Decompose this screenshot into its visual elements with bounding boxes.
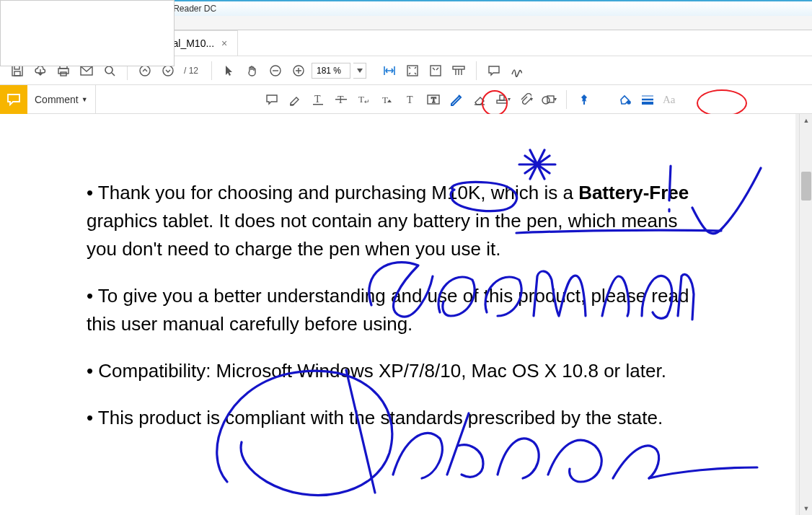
comment-dropdown[interactable]: Comment▼	[27, 85, 96, 114]
page-total: / 12	[184, 66, 198, 76]
attach-file-icon[interactable]: ▾	[516, 89, 536, 110]
svg-point-10	[105, 66, 112, 74]
document-page: • Thank you for choosing and purchasing …	[0, 114, 795, 515]
paragraph-2: • To give you a better understanding and…	[87, 282, 709, 338]
svg-rect-16	[431, 66, 441, 76]
shapes-icon[interactable]: ▾	[539, 89, 559, 110]
font-settings-icon[interactable]: Aa	[661, 89, 681, 110]
zoom-out-icon[interactable]	[265, 61, 286, 81]
zoom-input[interactable]	[312, 63, 350, 79]
fullscreen-icon[interactable]	[425, 61, 446, 81]
sticky-note-icon[interactable]	[262, 89, 282, 110]
zoom-in-icon[interactable]	[288, 61, 309, 81]
fill-color-icon[interactable]	[614, 89, 635, 110]
svg-rect-31	[547, 96, 554, 102]
scrollbar-thumb[interactable]	[801, 172, 811, 201]
pin-icon[interactable]	[574, 89, 594, 110]
svg-text:Aa: Aa	[663, 94, 676, 105]
annotation-circle-3	[482, 90, 508, 116]
read-mode-icon[interactable]	[449, 61, 469, 81]
fit-width-icon[interactable]	[379, 61, 400, 81]
svg-rect-17	[453, 66, 464, 69]
svg-text:T: T	[382, 94, 388, 105]
fit-page-icon[interactable]	[402, 61, 423, 81]
highlight-icon[interactable]	[285, 89, 305, 110]
document-area[interactable]: • Thank you for choosing and purchasing …	[0, 114, 812, 515]
line-thickness-icon[interactable]	[637, 89, 658, 110]
svg-rect-32	[583, 100, 585, 105]
svg-text:T: T	[431, 95, 436, 104]
svg-rect-21	[335, 99, 347, 100]
vertical-scrollbar[interactable]: ▲ ▼	[799, 114, 812, 515]
svg-text:T: T	[358, 94, 364, 105]
scroll-up-icon[interactable]: ▲	[800, 114, 812, 127]
underline-text-icon[interactable]: T	[308, 89, 328, 110]
page-number-input[interactable]	[0, 0, 175, 66]
comment-bubble-icon[interactable]	[484, 61, 504, 81]
paragraph-1: • Thank you for choosing and purchasing …	[87, 179, 709, 263]
svg-rect-19	[313, 104, 323, 105]
svg-point-33	[627, 101, 630, 104]
paragraph-3: • Compatibility: Microsoft Windows XP/7/…	[87, 357, 709, 385]
pencil-draw-icon[interactable]	[446, 89, 467, 110]
zoom-dropdown[interactable]	[353, 63, 366, 79]
comment-toolbar: Comment▼ T T T↵ T T T ▾ ▾ ▾ Aa	[0, 85, 812, 114]
replace-text-icon[interactable]: T↵	[354, 89, 374, 110]
pointer-icon[interactable]	[219, 61, 239, 81]
comment-panel-icon[interactable]	[0, 85, 27, 114]
annotation-circle-4	[697, 89, 747, 117]
close-icon[interactable]: ×	[221, 38, 227, 49]
svg-point-12	[163, 66, 173, 76]
add-text-icon[interactable]: T	[400, 89, 420, 110]
svg-rect-5	[14, 71, 20, 76]
svg-text:↵: ↵	[364, 98, 370, 105]
hand-icon[interactable]	[242, 61, 262, 81]
insert-text-icon[interactable]: T	[377, 89, 397, 110]
svg-text:T: T	[314, 94, 321, 105]
sign-icon[interactable]	[507, 61, 527, 81]
paragraph-4: • This product is compliant with the sta…	[87, 404, 709, 432]
svg-point-11	[140, 66, 150, 76]
svg-rect-3	[12, 66, 22, 76]
svg-text:T: T	[407, 94, 413, 105]
scroll-down-icon[interactable]: ▼	[800, 502, 812, 515]
strikethrough-icon[interactable]: T	[331, 89, 351, 110]
svg-rect-7	[58, 69, 69, 74]
main-toolbar: / 12	[0, 56, 812, 85]
textbox-icon[interactable]: T	[423, 89, 443, 110]
